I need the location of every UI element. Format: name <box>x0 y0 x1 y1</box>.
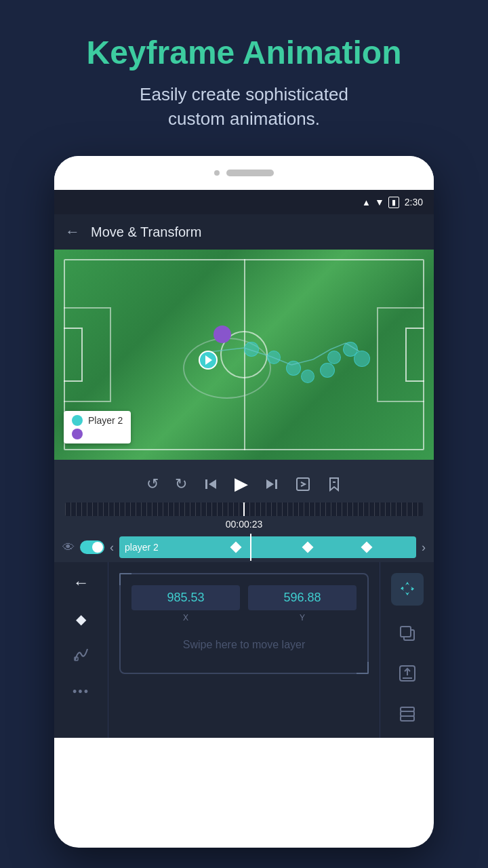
curve-tool-button[interactable] <box>73 646 89 666</box>
battery-icon: ▮ <box>388 197 399 208</box>
keyframe-diamond-2[interactable] <box>302 542 313 553</box>
y-label: Y <box>300 613 305 623</box>
svg-rect-7 <box>205 479 207 489</box>
page-title: Keyframe Animation <box>41 34 447 71</box>
track-label: player 2 <box>125 542 159 553</box>
soccer-field: Player 2 <box>54 250 434 460</box>
x-label: X <box>183 613 188 623</box>
svg-marker-9 <box>266 479 274 489</box>
bottom-panel: ← ◆ ••• 985.53 X 596.88 <box>54 562 434 738</box>
y-value[interactable]: 596.88 <box>248 585 357 610</box>
playback-controls: ↺ ↻ ▶ <box>54 468 434 500</box>
toolbar-title: Move & Transform <box>91 224 201 240</box>
track-row: 👁 ‹ player 2 › <box>54 532 434 562</box>
stack-tool-button[interactable] <box>399 705 416 727</box>
controls-area: ↺ ↻ ▶ <box>54 460 434 562</box>
y-coord-field: 596.88 Y <box>248 585 357 623</box>
visibility-toggle[interactable] <box>80 540 104 554</box>
x-value[interactable]: 985.53 <box>131 585 240 610</box>
legend-purple-dot <box>72 429 83 439</box>
status-time: 2:30 <box>405 197 423 208</box>
app-toolbar: ← Move & Transform <box>54 214 434 250</box>
track-prev-button[interactable]: ‹ <box>110 540 114 555</box>
player-purple-dot <box>214 326 231 343</box>
trail-dot <box>286 361 301 376</box>
page-subtitle: Easily create sophisticatedcustom animat… <box>41 82 447 132</box>
redo-button[interactable]: ↻ <box>175 475 187 493</box>
svg-marker-15 <box>401 582 414 595</box>
timeline-cursor[interactable] <box>243 502 245 516</box>
svg-rect-11 <box>297 478 309 490</box>
signal-icon: ▲ <box>362 197 371 208</box>
play-button[interactable]: ▶ <box>235 473 248 494</box>
svg-marker-12 <box>330 478 338 490</box>
skip-end-button[interactable] <box>264 477 279 492</box>
status-icons: ▲ ▼ ▮ <box>362 197 399 208</box>
player-cyan-dot <box>199 351 218 370</box>
right-penalty-area <box>377 307 424 402</box>
speaker-dot <box>214 170 220 176</box>
video-area: Player 2 <box>54 250 434 460</box>
export-tool-button[interactable] <box>399 665 416 686</box>
back-button[interactable]: ← <box>65 223 80 241</box>
duplicate-tool-button[interactable] <box>399 625 416 646</box>
swipe-hint[interactable]: Swipe here to move layer <box>131 628 357 662</box>
x-coord-field: 985.53 X <box>131 585 240 623</box>
undo-button[interactable]: ↺ <box>146 475 159 493</box>
legend-item-cyan: Player 2 <box>72 415 123 426</box>
legend-item-purple <box>72 429 123 439</box>
trail-dot <box>267 351 281 364</box>
move-tool-button[interactable] <box>391 573 424 606</box>
svg-marker-8 <box>209 479 216 489</box>
keyframe-diamond-1[interactable] <box>230 542 242 553</box>
timeline-track[interactable] <box>65 502 423 516</box>
back-tool-button[interactable]: ← <box>73 573 89 592</box>
left-tools: ← ◆ ••• <box>54 562 108 738</box>
speaker-bar <box>226 170 274 176</box>
keyframe-diamond-3[interactable] <box>361 542 373 553</box>
legend-cyan-dot <box>72 415 83 426</box>
wifi-icon: ▼ <box>375 197 384 208</box>
track-cursor-line <box>250 534 251 561</box>
phone-mockup: ▲ ▼ ▮ 2:30 ← Move & Transform <box>54 156 434 848</box>
left-penalty-area <box>64 307 111 402</box>
transform-box: 985.53 X 596.88 Y Swipe here to move lay… <box>119 573 369 674</box>
svg-rect-17 <box>401 627 411 637</box>
status-bar: ▲ ▼ ▮ 2:30 <box>54 190 434 214</box>
eye-icon[interactable]: 👁 <box>62 540 75 555</box>
keyframe-tool-button[interactable]: ◆ <box>76 611 86 627</box>
legend-box: Player 2 <box>64 411 131 443</box>
svg-rect-22 <box>401 711 414 716</box>
timeline-area[interactable] <box>54 500 434 516</box>
trail-dot <box>301 370 314 383</box>
coords-row: 985.53 X 596.88 Y <box>131 585 357 623</box>
phone-top <box>54 156 434 190</box>
more-tool-button[interactable]: ••• <box>73 685 89 699</box>
skip-start-button[interactable] <box>203 477 218 492</box>
track-next-button[interactable]: › <box>422 540 426 555</box>
bookmark-button[interactable] <box>327 477 342 492</box>
trail-dot <box>327 351 341 364</box>
track-bar[interactable]: player 2 <box>119 536 416 558</box>
svg-rect-10 <box>275 479 277 489</box>
header-section: Keyframe Animation Easily create sophist… <box>0 0 488 152</box>
timecode-label: 00:00:23 <box>54 519 434 530</box>
svg-rect-21 <box>401 716 414 721</box>
legend-player2-label: Player 2 <box>88 415 123 426</box>
svg-rect-23 <box>401 707 414 711</box>
center-panel: 985.53 X 596.88 Y Swipe here to move lay… <box>108 562 380 738</box>
loop-button[interactable] <box>296 477 310 492</box>
right-tools <box>380 562 434 738</box>
